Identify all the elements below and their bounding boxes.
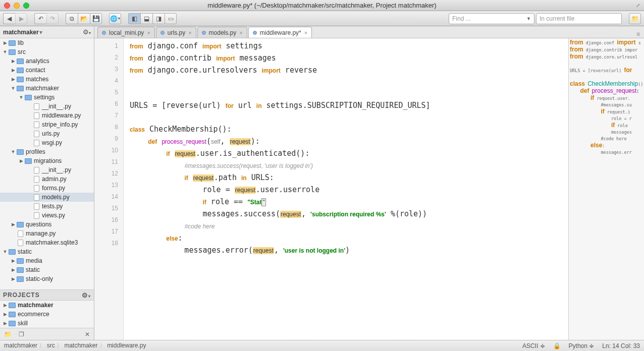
tree-file[interactable]: manage.py [0, 229, 94, 238]
tree-file[interactable]: urls.py [0, 129, 94, 138]
tree-folder[interactable]: static-only [0, 274, 94, 283]
close-tab-icon[interactable]: × [239, 30, 242, 36]
close-icon[interactable]: ✕ [85, 331, 90, 338]
minimap[interactable]: from django.conf import s from django.co… [568, 38, 644, 340]
tree-folder[interactable]: static [0, 265, 94, 274]
layout-full-button[interactable]: ▭ [165, 13, 177, 24]
file-icon [160, 31, 165, 35]
nav-back-button[interactable]: ◀ [3, 13, 15, 24]
file-tree[interactable]: libsrcanalyticscontactmatchesmatchmakers… [0, 38, 94, 289]
sidebar-bottom-bar: 📁 ❐ ✕ [0, 328, 94, 340]
window-titlebar: middleware.py* (~/Desktop/matchmaker/src… [0, 0, 644, 11]
file-icon [253, 31, 257, 35]
project-item[interactable]: ecommerce [0, 310, 94, 319]
language-selector[interactable]: Python ≑ [569, 342, 595, 349]
cursor-position[interactable]: Ln: 14 Col: 33 [602, 342, 640, 349]
tree-folder[interactable]: questions [0, 220, 94, 229]
folder-icon[interactable]: 📁 [4, 331, 12, 338]
find-button[interactable]: 📁 [629, 13, 641, 24]
tree-folder[interactable]: static [0, 247, 94, 256]
tree-folder[interactable]: matchmaker [0, 84, 94, 93]
tree-folder[interactable]: migrations [0, 156, 94, 165]
editor-tab[interactable]: urls.py× [156, 27, 196, 38]
projects-section-header[interactable]: PROJECTS ⚙▾ [0, 289, 94, 301]
copy-button[interactable]: ⧉ [66, 13, 78, 24]
window-title: middleware.py* (~/Desktop/matchmaker/src… [0, 2, 644, 9]
close-tab-icon[interactable]: × [304, 30, 307, 36]
editor-tab[interactable]: local_mini.py× [97, 27, 155, 38]
tree-file[interactable]: forms.py [0, 184, 94, 193]
tree-file[interactable]: __init__.py [0, 102, 94, 111]
editor-tabs: local_mini.py×urls.py×models.py×middlewa… [94, 26, 644, 38]
redo-button[interactable]: ↷ [46, 13, 59, 24]
file-icon [202, 31, 206, 35]
layout-right-button[interactable]: ◨ [152, 13, 165, 24]
line-gutter[interactable]: 123456789101112131415161718 [94, 38, 124, 340]
editor-tab[interactable]: models.py× [197, 27, 247, 38]
open-button[interactable]: 📂 [78, 13, 90, 24]
tree-file[interactable]: matchmaker.sqlite3 [0, 238, 94, 247]
editor-tab[interactable]: middleware.py*× [248, 27, 312, 38]
breadcrumb-path[interactable]: matchmaker 〉 src 〉 matchmaker 〉 middlewa… [4, 341, 146, 350]
tree-folder[interactable]: analytics [0, 56, 94, 66]
layout-bottom-button[interactable]: ⬓ [140, 13, 152, 24]
tree-file[interactable]: wsgi.py [0, 138, 94, 147]
gear-icon[interactable]: ⚙▾ [82, 291, 91, 299]
tree-file[interactable]: views.py [0, 211, 94, 220]
window-icon[interactable]: ❐ [19, 331, 24, 338]
search-dropdown-icon[interactable]: ▼ [526, 16, 531, 21]
code-editor[interactable]: from django.conf import settings from dj… [124, 38, 568, 340]
tree-folder[interactable]: profiles [0, 147, 94, 156]
status-bar: ASCII ≑ 🔒 Python ≑ Ln: 14 Col: 33 [522, 342, 640, 349]
tree-folder[interactable]: media [0, 256, 94, 265]
main-toolbar: ◀ ▶ ↶ ↷ ⧉ 📂 💾 🌐▾ ◧ ⬓ ◨ ▭ Find ... ▼ In c… [0, 11, 644, 26]
project-item[interactable]: matchmaker [0, 301, 94, 310]
search-placeholder: Find ... [452, 15, 471, 22]
undo-button[interactable]: ↶ [34, 13, 46, 24]
tree-file[interactable]: tests.py [0, 202, 94, 211]
tree-file[interactable]: middleware.py [0, 111, 94, 120]
lock-icon[interactable]: 🔒 [553, 342, 561, 349]
nav-forward-button[interactable]: ▶ [15, 13, 27, 24]
find-scope-field[interactable]: In current file [536, 13, 622, 24]
close-tab-icon[interactable]: × [147, 30, 150, 36]
project-item[interactable]: skill [0, 319, 94, 328]
tree-file[interactable]: admin.py [0, 174, 94, 184]
file-icon [102, 31, 106, 35]
save-button[interactable]: 💾 [90, 13, 102, 24]
layout-left-button[interactable]: ◧ [128, 13, 140, 24]
close-tab-icon[interactable]: × [188, 30, 191, 36]
tree-file[interactable]: __init__.py [0, 165, 94, 174]
project-sidebar: matchmaker▾ ⚙▾ libsrcanalyticscontactmat… [0, 26, 94, 340]
tab-menu-icon[interactable]: ≡ [632, 31, 644, 38]
tree-folder[interactable]: lib [0, 38, 94, 47]
tree-folder[interactable]: src [0, 47, 94, 56]
tree-file[interactable]: stripe_info.py [0, 120, 94, 129]
main-area: matchmaker▾ ⚙▾ libsrcanalyticscontactmat… [0, 26, 644, 340]
encoding-selector[interactable]: ASCII ≑ [522, 342, 545, 349]
editor-area: local_mini.py×urls.py×models.py×middlewa… [94, 26, 644, 340]
tree-folder[interactable]: contact [0, 66, 94, 75]
tree-folder[interactable]: settings [0, 93, 94, 102]
browser-button[interactable]: 🌐▾ [109, 13, 121, 24]
search-field[interactable]: Find ... ▼ [449, 13, 534, 24]
projects-list: matchmakerecommerceskill [0, 301, 94, 328]
tree-folder[interactable]: matches [0, 75, 94, 84]
project-header[interactable]: matchmaker▾ ⚙▾ [0, 26, 94, 38]
breadcrumb-bar: matchmaker 〉 src 〉 matchmaker 〉 middlewa… [0, 340, 644, 351]
gear-icon[interactable]: ⚙▾ [83, 28, 91, 36]
tree-file[interactable]: models.py [0, 193, 94, 202]
